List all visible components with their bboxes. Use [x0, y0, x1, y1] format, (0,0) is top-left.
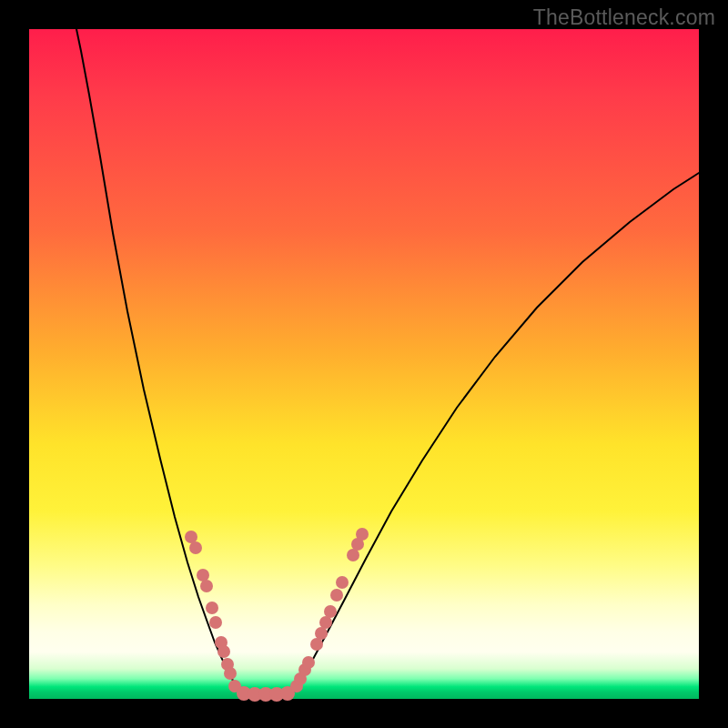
highlight-dot [185, 531, 197, 543]
highlight-dot [217, 645, 230, 658]
highlight-dot [310, 638, 323, 651]
chart-frame: TheBottleneck.com [0, 0, 728, 728]
highlight-dot [209, 616, 222, 629]
curve-svg [29, 29, 699, 699]
highlight-dot [336, 576, 349, 589]
curve-paths [76, 29, 699, 694]
highlight-dot [189, 541, 202, 554]
highlight-dot [324, 605, 337, 618]
highlight-dots [185, 528, 369, 702]
highlight-dot [224, 667, 237, 680]
bottleneck-curve [76, 29, 699, 694]
highlight-dot [315, 627, 328, 640]
highlight-dot [206, 602, 218, 614]
highlight-dot [330, 589, 343, 602]
highlight-dot [200, 580, 213, 592]
highlight-dot [347, 549, 359, 561]
plot-area [29, 29, 699, 699]
watermark-text: TheBottleneck.com [533, 5, 715, 30]
highlight-dot [197, 569, 209, 581]
highlight-dot [319, 616, 332, 629]
highlight-dot [356, 528, 369, 541]
highlight-dot [302, 656, 315, 669]
